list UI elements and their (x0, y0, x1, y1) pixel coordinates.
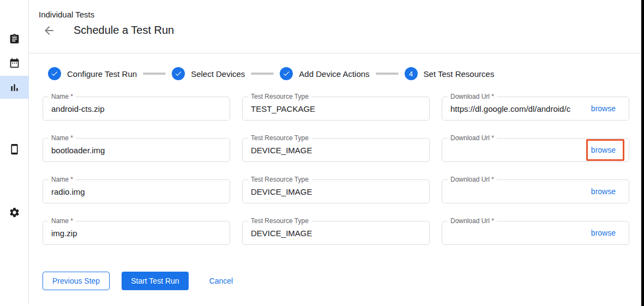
resource-type-value: TEST_PACKAGE (243, 104, 429, 113)
browse-link[interactable]: browse (588, 141, 629, 159)
calendar-icon (9, 57, 20, 69)
step-set-test-resources[interactable]: 4 Set Test Resources (405, 67, 495, 80)
gear-icon (9, 207, 20, 218)
step-complete-indicator (48, 67, 61, 80)
resource-name-field[interactable]: Name * img.zip (43, 221, 230, 245)
browse-link[interactable]: browse (588, 224, 629, 242)
sidebar (0, 0, 29, 305)
resource-type-field[interactable]: Test Resource Type DEVICE_IMAGE (242, 138, 430, 162)
name-field-label: Name * (49, 176, 76, 183)
resource-type-value: DEVICE_IMAGE (243, 187, 429, 196)
action-bar: Previous Step Start Test Run Cancel (43, 272, 242, 290)
url-field-label: Download Url * (448, 176, 497, 183)
step-connector (143, 73, 166, 75)
url-field-label: Download Url * (448, 93, 497, 100)
step-complete-indicator (172, 67, 185, 80)
clipboard-icon (9, 33, 20, 45)
sidebar-item-test-results[interactable] (0, 76, 29, 99)
check-icon (174, 70, 182, 77)
cancel-button[interactable]: Cancel (201, 272, 242, 290)
resource-name-field[interactable]: Name * radio.img (43, 179, 230, 203)
download-url-field[interactable]: Download Url * https://dl.google.com/dl/… (442, 97, 629, 121)
step-number: 4 (409, 70, 413, 78)
url-field-label: Download Url * (448, 134, 497, 142)
type-field-label: Test Resource Type (248, 176, 311, 183)
step-configure-test-run[interactable]: Configure Test Run (48, 67, 137, 80)
stepper: Configure Test Run Select Devices Add De… (48, 66, 628, 81)
resource-type-value: DEVICE_IMAGE (243, 229, 429, 238)
check-icon (282, 70, 290, 77)
resource-type-value: DEVICE_IMAGE (243, 146, 429, 155)
step-complete-indicator (280, 67, 293, 80)
sidebar-item-test-plans[interactable] (0, 51, 29, 74)
browse-link[interactable]: browse (588, 183, 629, 200)
resource-type-field[interactable]: Test Resource Type DEVICE_IMAGE (242, 221, 430, 245)
url-field-label: Download Url * (448, 217, 497, 225)
step-label: Select Devices (191, 69, 245, 79)
check-icon (51, 70, 58, 77)
download-url-value: https://dl.google.com/dl/android/c (442, 104, 588, 113)
step-select-devices[interactable]: Select Devices (172, 67, 245, 80)
resource-name-field[interactable]: Name * bootloader.img (43, 138, 230, 162)
type-field-label: Test Resource Type (248, 217, 311, 225)
type-field-label: Test Resource Type (248, 93, 311, 100)
step-add-device-actions[interactable]: Add Device Actions (280, 67, 369, 80)
page-title: Schedule a Test Run (74, 24, 174, 37)
resource-type-field[interactable]: Test Resource Type TEST_PACKAGE (242, 97, 430, 121)
resource-name-value: radio.img (43, 187, 230, 196)
resource-name-value: android-cts.zip (43, 104, 230, 113)
name-field-label: Name * (49, 217, 76, 225)
step-connector (376, 73, 399, 75)
name-field-label: Name * (49, 134, 76, 142)
download-url-field[interactable]: Download Url * browse (442, 221, 629, 245)
type-field-label: Test Resource Type (248, 134, 311, 142)
screen-right-edge (641, 0, 644, 306)
step-label: Add Device Actions (299, 69, 369, 79)
step-label: Configure Test Run (67, 69, 137, 79)
breadcrumb: Individual Tests (39, 10, 94, 19)
name-field-label: Name * (49, 93, 76, 100)
sidebar-item-devices[interactable] (0, 137, 29, 160)
resource-name-value: bootloader.img (43, 146, 230, 155)
step-label: Set Test Resources (424, 69, 495, 79)
arrow-back-icon (43, 24, 56, 37)
smartphone-icon (9, 143, 20, 155)
sidebar-item-settings[interactable] (0, 201, 29, 224)
sidebar-item-tests[interactable] (0, 27, 29, 50)
download-url-field[interactable]: Download Url * browse (442, 179, 629, 203)
resource-type-field[interactable]: Test Resource Type DEVICE_IMAGE (242, 179, 430, 203)
step-current-indicator: 4 (405, 67, 418, 80)
start-test-run-button[interactable]: Start Test Run (122, 272, 188, 290)
download-url-field[interactable]: Download Url * browse (442, 138, 629, 162)
resource-name-field[interactable]: Name * android-cts.zip (43, 97, 230, 121)
resource-name-value: img.zip (43, 229, 230, 238)
header-divider (29, 53, 641, 53)
back-button[interactable] (43, 24, 57, 38)
step-connector (251, 73, 274, 75)
resource-grid: Name * android-cts.zip Test Resource Typ… (43, 97, 629, 245)
bar-chart-icon (9, 82, 20, 93)
previous-step-button[interactable]: Previous Step (43, 272, 110, 290)
browse-link[interactable]: browse (588, 100, 629, 117)
